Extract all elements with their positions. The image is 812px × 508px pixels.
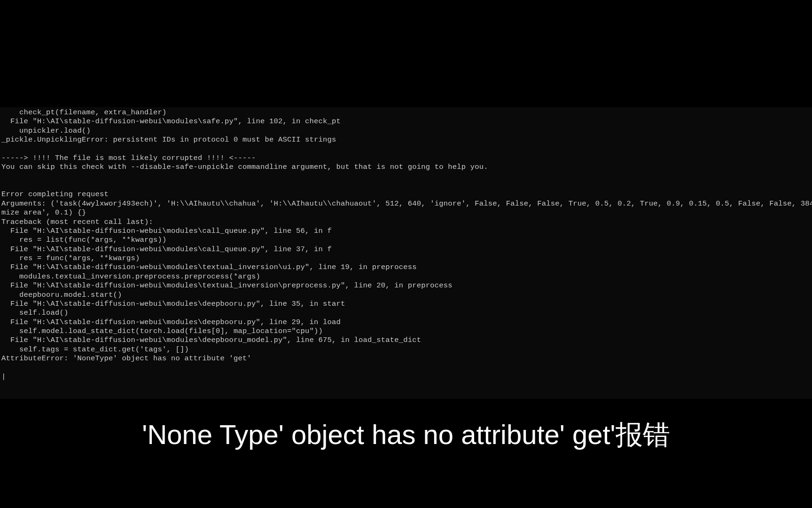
terminal-line: Arguments: ('task(4wylxworj493ech)', 'H:… — [1, 199, 812, 208]
terminal-line: modules.textual_inversion.preprocess.pre… — [1, 272, 260, 281]
terminal-line: -----> !!!! The file is most likely corr… — [1, 154, 256, 162]
terminal-line: self.model.load_state_dict(torch.load(fi… — [1, 327, 323, 335]
terminal-line: self.tags = state_dict.get('tags', []) — [1, 345, 189, 354]
terminal-line: AttributeError: 'NoneType' object has no… — [1, 354, 251, 363]
terminal-line: deepbooru.model.start() — [1, 291, 122, 299]
terminal-line: File "H:\AI\stable-diffusion-webui\modul… — [1, 318, 341, 326]
terminal-line: File "H:\AI\stable-diffusion-webui\modul… — [1, 245, 332, 254]
terminal-line: File "H:\AI\stable-diffusion-webui\modul… — [1, 263, 417, 271]
terminal-line: res = func(*args, **kwargs) — [1, 254, 140, 262]
terminal-line: self.load() — [1, 309, 69, 317]
terminal-line: File "H:\AI\stable-diffusion-webui\modul… — [1, 336, 421, 344]
terminal-line: _pickle.UnpicklingError: persistent IDs … — [1, 135, 336, 144]
terminal-line: File "H:\AI\stable-diffusion-webui\modul… — [1, 300, 345, 308]
terminal-line: File "H:\AI\stable-diffusion-webui\modul… — [1, 117, 341, 126]
terminal-line: Error completing request — [1, 190, 109, 198]
terminal-line: You can skip this check with --disable-s… — [1, 163, 488, 171]
caption-text: 'None Type' object has no attribute' get… — [142, 418, 670, 452]
terminal-line: res = list(func(*args, **kwargs)) — [1, 236, 167, 244]
terminal-output: check_pt(filename, extra_handler) File "… — [0, 107, 812, 381]
terminal-line: File "H:\AI\stable-diffusion-webui\modul… — [1, 227, 332, 235]
caption-overlay: 'None Type' object has no attribute' get… — [0, 399, 812, 508]
terminal-window[interactable]: check_pt(filename, extra_handler) File "… — [0, 107, 812, 399]
terminal-line: Traceback (most recent call last): — [1, 218, 153, 226]
terminal-line: check_pt(filename, extra_handler) — [1, 108, 167, 117]
terminal-line: mize area', 0.1) {} — [1, 208, 86, 217]
terminal-line: File "H:\AI\stable-diffusion-webui\modul… — [1, 281, 453, 290]
terminal-cursor: | — [1, 373, 6, 381]
terminal-line: unpickler.load() — [1, 127, 91, 135]
